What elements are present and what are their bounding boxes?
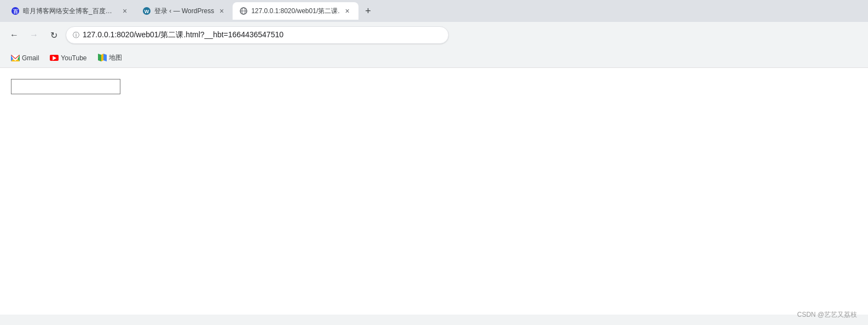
tab-3[interactable]: 127.0.0.1:8020/web01/第二课. × [233,2,358,20]
reload-button[interactable]: ↻ [46,27,61,43]
address-text: 127.0.0.1:8020/web01/第二课.html?__hbt=1664… [83,30,442,40]
back-button[interactable]: ← [7,27,22,43]
bookmark-gmail-label: Gmail [22,54,39,62]
youtube-icon [50,54,59,62]
tab-3-close[interactable]: × [343,7,352,15]
tab-2[interactable]: W 登录 ‹ — WordPress × [136,2,233,20]
address-box[interactable]: ⓘ 127.0.0.1:8020/web01/第二课.html?__hbt=16… [66,26,449,44]
watermark: CSDN @艺艺又荔枝 [797,310,857,320]
bookmark-maps[interactable]: 地图 [94,51,126,65]
maps-icon [98,54,107,62]
tab-3-favicon [239,7,248,15]
address-bar-row: ← → ↻ ⓘ 127.0.0.1:8020/web01/第二课.html?__… [0,22,868,48]
page-text-input[interactable] [11,79,120,94]
tab-1-title: 暗月博客网络安全博客_百度搜索 [23,7,117,16]
bookmark-maps-label: 地图 [109,53,122,62]
tab-2-title: 登录 ‹ — WordPress [154,7,214,16]
svg-text:W: W [144,9,149,14]
tab-bar: 百 暗月博客网络安全博客_百度搜索 × W 登录 ‹ — WordPress ×… [0,0,868,22]
bookmark-gmail[interactable]: Gmail [7,52,43,65]
forward-button[interactable]: → [26,27,42,43]
lock-icon: ⓘ [73,31,79,40]
svg-text:百: 百 [13,9,19,14]
tab-1-close[interactable]: × [120,7,129,15]
svg-marker-14 [103,54,107,61]
tab-1-favicon: 百 [11,7,20,15]
tab-3-title: 127.0.0.1:8020/web01/第二课. [251,7,339,16]
bookmarks-bar: Gmail YouTube 地图 [0,48,868,68]
tab-2-close[interactable]: × [217,7,226,15]
new-tab-button[interactable]: + [361,3,376,19]
svg-marker-13 [101,54,103,61]
svg-marker-12 [98,54,101,61]
tab-1[interactable]: 百 暗月博客网络安全博客_百度搜索 × [4,2,136,20]
tab-2-favicon: W [142,7,151,15]
gmail-icon [11,54,20,62]
bookmark-youtube[interactable]: YouTube [45,52,91,65]
page-content [0,68,868,315]
bookmark-youtube-label: YouTube [61,54,86,62]
